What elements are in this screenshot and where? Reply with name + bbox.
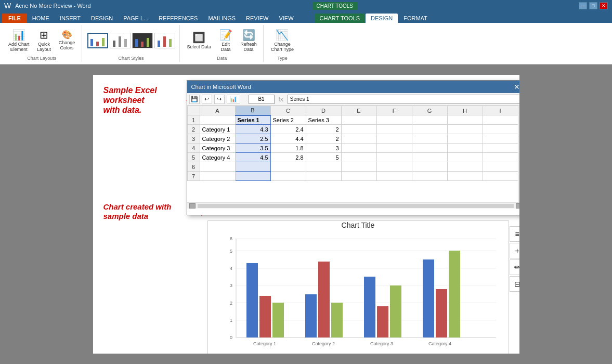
type-buttons[interactable]: 📉 Change Chart Type — [269, 26, 296, 55]
cell-f1[interactable] — [376, 115, 412, 125]
cell-e6[interactable] — [341, 162, 376, 172]
style-thumbnails[interactable] — [87, 26, 175, 55]
cell-c7[interactable] — [270, 172, 306, 181]
vertical-scrollbar[interactable] — [518, 106, 519, 202]
formula-bar[interactable] — [288, 95, 519, 104]
cell-d7[interactable] — [306, 172, 341, 181]
cell-f6[interactable] — [376, 162, 412, 172]
tab-pagelayout[interactable]: PAGE L... — [118, 14, 153, 23]
cell-f7[interactable] — [376, 172, 412, 181]
cell-h1[interactable] — [447, 115, 483, 125]
cell-h4[interactable] — [447, 144, 483, 153]
cell-c2[interactable]: 2.4 — [270, 125, 306, 134]
cell-e4[interactable] — [341, 144, 376, 153]
chart-in-word-btn[interactable]: 📊 — [227, 95, 240, 104]
close-btn[interactable]: ✕ — [600, 2, 608, 9]
cell-c3[interactable]: 4.4 — [270, 134, 306, 144]
cell-a4[interactable]: Category 3 — [200, 144, 235, 153]
cell-d3[interactable]: 2 — [306, 134, 341, 144]
select-data-btn[interactable]: 🔲 Select Data — [185, 30, 214, 51]
horizontal-scrollbar[interactable] — [187, 202, 519, 209]
cell-h5[interactable] — [447, 153, 483, 162]
tab-home[interactable]: HOME — [27, 14, 55, 23]
cell-b1[interactable]: Series 1 — [235, 115, 270, 125]
tab-charttools[interactable]: CHART TOOLS — [315, 14, 365, 23]
cell-g1[interactable] — [412, 115, 447, 125]
chart-popup-close-btn[interactable]: ✕ — [514, 83, 519, 91]
cell-i6[interactable] — [483, 162, 518, 172]
cell-e1[interactable] — [341, 115, 376, 125]
cell-b6[interactable] — [235, 162, 270, 172]
window-controls[interactable]: ─ □ ✕ — [579, 2, 608, 9]
tab-mailings[interactable]: MAILINGS — [203, 14, 241, 23]
style-tool-btn[interactable]: ✏ — [510, 259, 519, 275]
cell-g5[interactable] — [412, 153, 447, 162]
save-sheet-btn[interactable]: 💾 — [189, 95, 200, 104]
cell-c4[interactable]: 1.8 — [270, 144, 306, 153]
tab-format[interactable]: FORMAT — [398, 14, 433, 23]
tab-design2[interactable]: DESIGN — [366, 14, 398, 23]
cell-c5[interactable]: 2.8 — [270, 153, 306, 162]
cell-b2[interactable]: 4.3 — [235, 125, 270, 134]
cell-a6[interactable] — [200, 162, 235, 172]
filter-tool-btn[interactable]: ⊟ — [510, 276, 519, 292]
name-box[interactable] — [249, 95, 275, 104]
add-chart-element-btn[interactable]: 📊 Add Chart Element — [6, 28, 32, 54]
cell-a7[interactable] — [200, 172, 235, 181]
cell-b5[interactable]: 4.5 — [235, 153, 270, 162]
scrollbar-thumb-left[interactable] — [189, 203, 196, 209]
cell-g6[interactable] — [412, 162, 447, 172]
chart-layout-buttons[interactable]: 📊 Add Chart Element ⊞ Quick Layout 🎨 Cha… — [6, 26, 77, 55]
cell-g2[interactable] — [412, 125, 447, 134]
cell-f3[interactable] — [376, 134, 412, 144]
cell-e3[interactable] — [341, 134, 376, 144]
col-header-b[interactable]: B — [235, 106, 270, 115]
cell-h7[interactable] — [447, 172, 483, 181]
cell-a2[interactable]: Category 1 — [200, 125, 235, 134]
scrollbar-thumb-right[interactable] — [516, 203, 519, 209]
cell-f2[interactable] — [376, 125, 412, 134]
cell-g4[interactable] — [412, 144, 447, 153]
cell-e2[interactable] — [341, 125, 376, 134]
edit-data-btn[interactable]: 📝 Edit Data — [215, 28, 236, 54]
scrollbar-track[interactable] — [198, 204, 514, 208]
cell-h2[interactable] — [447, 125, 483, 134]
cell-d5[interactable]: 5 — [306, 153, 341, 162]
cell-a5[interactable]: Category 4 — [200, 153, 235, 162]
change-chart-type-btn[interactable]: 📉 Change Chart Type — [269, 28, 296, 54]
cell-g3[interactable] — [412, 134, 447, 144]
cell-e7[interactable] — [341, 172, 376, 181]
cell-f5[interactable] — [376, 153, 412, 162]
style-thumb-1[interactable] — [87, 33, 108, 48]
quick-layout-btn[interactable]: ⊞ Quick Layout — [34, 28, 55, 54]
tab-review[interactable]: REVIEW — [241, 14, 274, 23]
tab-design[interactable]: DESIGN — [86, 14, 118, 23]
cell-h6[interactable] — [447, 162, 483, 172]
cell-i7[interactable] — [483, 172, 518, 181]
cell-d2[interactable]: 2 — [306, 125, 341, 134]
cell-e5[interactable] — [341, 153, 376, 162]
tab-file[interactable]: FILE — [2, 14, 27, 23]
layout-tool-btn[interactable]: ≡ — [510, 226, 519, 242]
cell-i5[interactable] — [483, 153, 518, 162]
cell-a3[interactable]: Category 2 — [200, 134, 235, 144]
tab-view[interactable]: VIEW — [274, 14, 298, 23]
tab-insert[interactable]: INSERT — [55, 14, 86, 23]
cell-c1[interactable]: Series 2 — [270, 115, 306, 125]
style-thumb-2[interactable] — [110, 33, 131, 48]
cell-i3[interactable] — [483, 134, 518, 144]
cell-d4[interactable]: 3 — [306, 144, 341, 153]
refresh-data-btn[interactable]: 🔄 Refresh Data — [238, 28, 259, 54]
cell-b4[interactable]: 3.5 — [235, 144, 270, 153]
cell-d6[interactable] — [306, 162, 341, 172]
cell-g7[interactable] — [412, 172, 447, 181]
style-thumb-3[interactable] — [132, 33, 153, 48]
cell-h3[interactable] — [447, 134, 483, 144]
cell-i4[interactable] — [483, 144, 518, 153]
undo-sheet-btn[interactable]: ↩ — [202, 95, 212, 104]
cell-f4[interactable] — [376, 144, 412, 153]
change-colors-btn[interactable]: 🎨 Change Colors — [57, 29, 77, 52]
cell-b7[interactable] — [235, 172, 270, 181]
cell-i1[interactable] — [483, 115, 518, 125]
cell-c6[interactable] — [270, 162, 306, 172]
